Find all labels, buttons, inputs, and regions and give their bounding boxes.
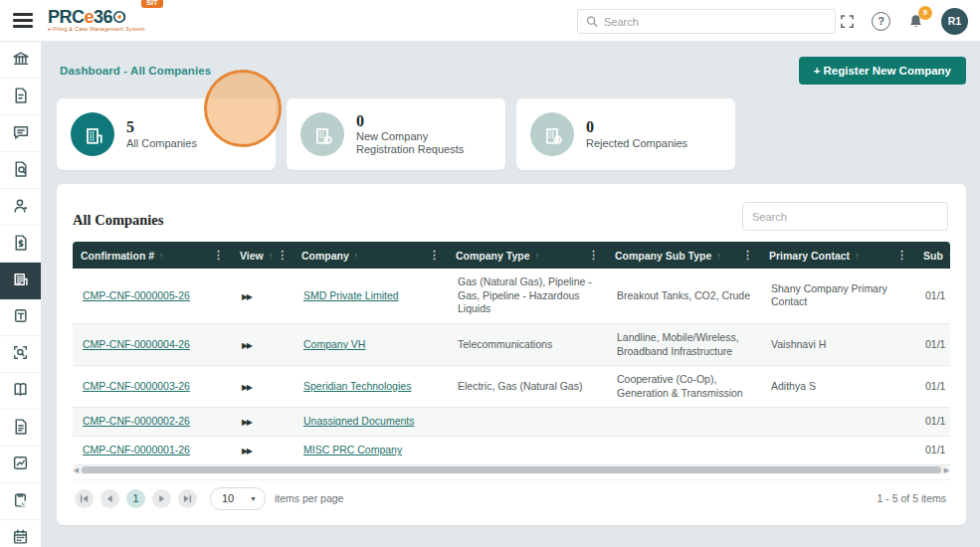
company-add-icon [300, 112, 344, 156]
stat-label: All Companies [126, 137, 197, 150]
column-header-sub[interactable]: Sub↑ [915, 242, 950, 269]
sort-arrow-icon[interactable]: ↑ [855, 251, 860, 261]
table-search-input[interactable] [742, 202, 948, 231]
submitted-date-cell: 01/1 [915, 408, 950, 437]
company-type-cell [448, 408, 607, 437]
chevron-down-icon: ▼ [250, 495, 257, 502]
column-header-company-type[interactable]: Company Type↑⋮ [448, 242, 607, 269]
stat-card-new-company-registration-requests[interactable]: 0New Company Registration Requests [287, 98, 505, 170]
table-row: CMP-CNF-0000005-26▶▶SMD Private LimitedG… [73, 269, 950, 323]
company-link[interactable]: Company VH [303, 338, 365, 350]
column-header-primary-contact[interactable]: Primary Contact↑⋮ [761, 242, 915, 269]
sidebar-item-document-search[interactable] [0, 152, 41, 189]
sidebar-item-scan-search[interactable] [0, 336, 41, 373]
notification-count-badge: 9 [918, 6, 932, 20]
calendar-icon [12, 528, 29, 547]
fast-forward-icon[interactable]: ▶▶ [242, 341, 251, 350]
logo-target-icon [113, 10, 127, 24]
scrollbar-thumb[interactable] [82, 466, 941, 473]
primary-contact-cell [761, 437, 915, 465]
submitted-date-cell: 01/1 [915, 269, 950, 323]
scroll-right-arrow-icon[interactable]: ▶ [943, 466, 950, 473]
search-icon [586, 15, 598, 28]
column-menu-icon[interactable]: ⋮ [425, 249, 440, 262]
sidebar-item-templates[interactable] [0, 299, 41, 336]
stat-label: New Company Registration Requests [356, 130, 486, 156]
sidebar-item-calendar[interactable] [0, 520, 41, 547]
column-header-confirmation-[interactable]: Confirmation #↑⋮ [73, 242, 232, 269]
sort-arrow-icon[interactable]: ↑ [159, 251, 164, 261]
next-page-button[interactable] [152, 489, 171, 508]
submitted-date-cell: 01/1 [915, 323, 950, 365]
avatar[interactable]: R1 [941, 8, 968, 35]
fast-forward-icon[interactable]: ▶▶ [242, 292, 251, 301]
company-link[interactable]: Unassigned Documents [303, 415, 414, 427]
document-t-icon [12, 307, 29, 328]
global-search[interactable] [577, 9, 836, 34]
sort-arrow-icon[interactable]: ↑ [716, 251, 721, 261]
confirmation-link[interactable]: CMP-CNF-0000002-26 [83, 415, 190, 427]
column-menu-icon[interactable]: ⋮ [738, 249, 753, 262]
stat-value: 0 [586, 118, 687, 136]
company-type-cell: Electric, Gas (Natural Gas) [448, 366, 607, 408]
stat-value: 5 [126, 118, 197, 136]
previous-page-button[interactable] [100, 489, 119, 508]
sort-arrow-icon[interactable]: ↑ [948, 251, 950, 261]
column-menu-icon[interactable]: ⋮ [209, 249, 224, 262]
environment-badge: SIT [141, 0, 163, 8]
confirmation-link[interactable]: CMP-CNF-0000001-26 [83, 444, 190, 456]
column-header-view[interactable]: View↑⋮ [232, 242, 294, 269]
submitted-date-cell: 01/1 [915, 366, 950, 408]
page-size-select[interactable]: 10 ▼ [210, 487, 266, 510]
column-menu-icon[interactable]: ⋮ [273, 249, 288, 262]
table-row: CMP-CNF-0000002-26▶▶Unassigned Documents… [73, 408, 950, 437]
last-page-button[interactable] [178, 489, 197, 508]
sidebar-item-analytics[interactable] [0, 447, 41, 483]
company-link[interactable]: SMD Private Limited [303, 289, 399, 301]
page-content: Dashboard - All Companies + Register New… [42, 42, 980, 547]
app-logo[interactable]: PRCe36 e-Filing & Case Management System… [48, 8, 145, 33]
first-page-button[interactable] [75, 489, 94, 508]
company-link[interactable]: MISC PRC Company [303, 444, 402, 456]
scroll-left-arrow-icon[interactable]: ◀ [73, 466, 80, 473]
top-bar: PRCe36 e-Filing & Case Management System… [0, 0, 980, 42]
sidebar-item-tasks[interactable] [0, 483, 41, 520]
sidebar-item-ledger[interactable] [0, 373, 41, 410]
confirmation-link[interactable]: CMP-CNF-0000004-26 [83, 338, 190, 350]
notifications-bell-icon[interactable]: 9 [907, 13, 924, 30]
chart-icon [12, 455, 29, 475]
fast-forward-icon[interactable]: ▶▶ [242, 383, 251, 392]
sidebar-item-filings[interactable] [0, 79, 41, 115]
column-menu-icon[interactable]: ⋮ [892, 249, 907, 262]
company-link[interactable]: Speridian Technologies [303, 380, 411, 392]
horizontal-scrollbar[interactable]: ◀ ▶ [73, 465, 950, 474]
fast-forward-icon[interactable]: ▶▶ [242, 418, 251, 427]
search-input[interactable] [604, 16, 827, 28]
logo-subtitle: e-Filing & Case Management System [48, 27, 145, 33]
help-icon[interactable]: ? [872, 12, 890, 31]
menu-toggle-icon[interactable] [13, 10, 33, 32]
submitted-date-cell: 01/1 [915, 437, 950, 465]
sidebar-item-messages[interactable] [0, 115, 41, 152]
sort-arrow-icon[interactable]: ↑ [534, 251, 539, 261]
sidebar-item-companies[interactable] [0, 263, 41, 299]
fast-forward-icon[interactable]: ▶▶ [242, 447, 251, 456]
page-number-button[interactable]: 1 [126, 489, 145, 508]
column-header-company[interactable]: Company↑⋮ [294, 242, 448, 269]
column-menu-icon[interactable]: ⋮ [584, 249, 599, 262]
register-new-company-button[interactable]: + Register New Company [799, 57, 966, 85]
confirmation-link[interactable]: CMP-CNF-0000005-26 [83, 289, 190, 301]
confirmation-link[interactable]: CMP-CNF-0000003-26 [83, 380, 190, 392]
column-header-company-sub-type[interactable]: Company Sub Type↑⋮ [607, 242, 761, 269]
sidebar-item-invoices[interactable] [0, 226, 41, 263]
company-sub-type-cell [607, 437, 761, 465]
sidebar-item-users[interactable] [0, 189, 41, 226]
sort-arrow-icon[interactable]: ↑ [354, 251, 359, 261]
fullscreen-icon[interactable] [840, 14, 855, 29]
sidebar-item-institution[interactable] [0, 42, 41, 79]
stat-card-rejected-companies[interactable]: 0Rejected Companies [516, 98, 735, 170]
pagination-range-label: 1 - 5 of 5 items [878, 492, 946, 504]
table-row: CMP-CNF-0000001-26▶▶MISC PRC Company01/1 [73, 437, 950, 465]
stat-card-all-companies[interactable]: 5All Companies [57, 98, 276, 170]
sidebar-item-reports-docs[interactable] [0, 410, 41, 447]
